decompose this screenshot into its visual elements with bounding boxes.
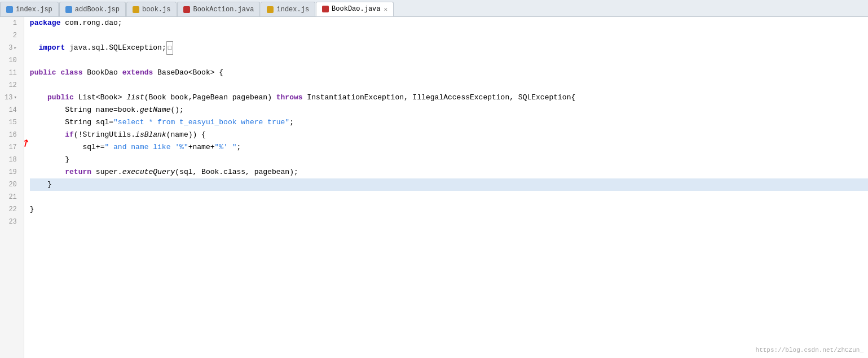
tab-label-bookaction-java: BookAction.java	[193, 6, 254, 14]
collapsed-imports-icon[interactable]: □	[166, 41, 174, 55]
tab-icon-index-js	[267, 6, 274, 13]
code-line-1: package com.rong.dao;	[30, 17, 868, 29]
code-line-17: ↗ sql+=" and name like '%"+name+"%' ";	[30, 141, 868, 154]
code-line-12	[30, 79, 868, 91]
code-line-14: String name=book.getName();	[30, 104, 868, 116]
code-lines: package com.rong.dao; import java.sql.SQ…	[24, 17, 868, 358]
code-line-2	[30, 29, 868, 42]
keyword-package: package	[30, 17, 61, 29]
line-num-18: 18	[5, 154, 19, 166]
tab-icon-bookaction-java	[183, 6, 190, 13]
tab-index-jsp[interactable]: index.jsp	[0, 2, 59, 16]
code-line-20: }	[30, 178, 868, 191]
line-num-22: 22	[5, 203, 19, 216]
keyword-import: import	[38, 42, 65, 54]
tab-icon-book-js	[133, 6, 139, 13]
line-num-23: 23	[5, 216, 19, 228]
tab-close-bookdao-java[interactable]: ✕	[384, 6, 388, 13]
watermark: https://blog.csdn.net/ZhCZun_	[756, 347, 863, 353]
tab-icon-index-jsp	[6, 6, 13, 13]
code-line-19: return super.executeQuery(sql, Book.clas…	[30, 166, 868, 178]
tab-icon-bookdao-java	[322, 6, 329, 12]
line-num-20: 20	[5, 178, 19, 191]
tab-label-addbook-jsp: addBook.jsp	[75, 6, 120, 14]
line-num-14: 14	[5, 104, 19, 116]
tab-bookaction-java[interactable]: BookAction.java	[177, 2, 260, 16]
fold-icon-13[interactable]: ▾	[14, 91, 16, 104]
code-line-10	[30, 54, 868, 67]
line-num-2: 2	[5, 29, 19, 42]
fold-icon-3[interactable]: ▸	[14, 42, 16, 54]
tab-label-book-js: book.js	[142, 6, 170, 14]
code-line-3: import java.sql.SQLException;□	[30, 42, 868, 54]
code-area: 1 2 3▸ 10 11 12 13▾ 14 15 16 17 18 19 20…	[0, 17, 868, 358]
code-line-15: String sql="select * from t_easyui_book …	[30, 116, 868, 129]
code-line-18: }	[30, 154, 868, 166]
code-line-21	[30, 191, 868, 203]
line-num-10: 10	[5, 54, 19, 67]
line-num-1: 1	[5, 17, 19, 29]
tab-bookdao-java[interactable]: BookDao.java ✕	[316, 2, 394, 16]
editor-container: index.jsp addBook.jsp book.js BookAction…	[0, 0, 868, 358]
line-num-15: 15	[5, 116, 19, 129]
tab-label-bookdao-java: BookDao.java	[332, 5, 380, 13]
line-num-11: 11	[5, 67, 19, 79]
line-num-17: 17	[5, 141, 19, 154]
tab-label-index-js: index.js	[276, 6, 309, 14]
code-line-16: if(!StringUtils.isBlank(name)) {	[30, 129, 868, 141]
code-line-23	[30, 216, 868, 228]
tab-label-index-jsp: index.jsp	[16, 6, 52, 14]
line-num-19: 19	[5, 166, 19, 178]
line-num-3: 3▸	[5, 42, 19, 54]
tab-icon-addbook-jsp	[65, 6, 72, 13]
code-line-11: public class BookDao extends BaseDao<Boo…	[30, 67, 868, 79]
line-numbers: 1 2 3▸ 10 11 12 13▾ 14 15 16 17 18 19 20…	[0, 17, 24, 358]
code-line-13: public List<Book> list(Book book,PageBea…	[30, 91, 868, 104]
line-num-12: 12	[5, 79, 19, 91]
tab-bar: index.jsp addBook.jsp book.js BookAction…	[0, 0, 868, 17]
tab-addbook-jsp[interactable]: addBook.jsp	[59, 2, 126, 16]
code-line-22: }	[30, 203, 868, 216]
line-num-21: 21	[5, 191, 19, 203]
tab-index-js[interactable]: index.js	[261, 2, 315, 16]
tab-book-js[interactable]: book.js	[126, 2, 177, 16]
line-num-13: 13▾	[5, 91, 19, 104]
line-num-16: 16	[5, 129, 19, 141]
